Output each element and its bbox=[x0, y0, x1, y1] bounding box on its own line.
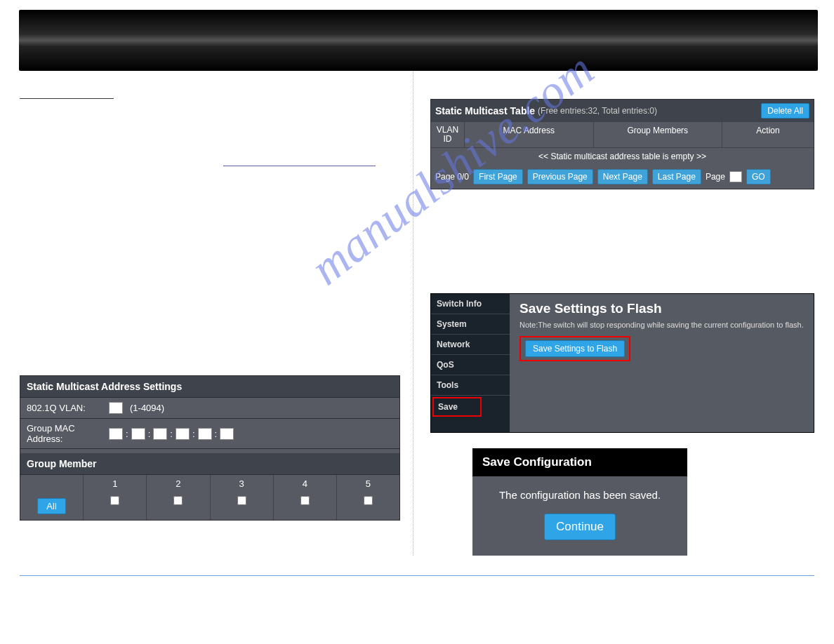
port-3-checkbox[interactable] bbox=[237, 496, 246, 505]
smt-title: Static Multicast Table bbox=[435, 105, 535, 116]
nav-qos[interactable]: QoS bbox=[431, 355, 510, 375]
col-vlan-id: VLAN ID bbox=[431, 122, 465, 147]
vlan-range: (1-4094) bbox=[130, 403, 164, 413]
table-empty-message: << Static multicast address table is emp… bbox=[431, 147, 814, 165]
nav-save[interactable]: Save bbox=[432, 397, 482, 417]
page-word: Page bbox=[706, 172, 725, 182]
nav-system[interactable]: System bbox=[431, 314, 510, 335]
static-multicast-settings-panel: Static Multicast Address Settings 802.1Q… bbox=[20, 375, 400, 521]
port-5-checkbox[interactable] bbox=[364, 496, 373, 505]
port-4-checkbox[interactable] bbox=[300, 496, 310, 505]
flash-title: Save Settings to Flash bbox=[519, 301, 804, 316]
panel-title: Static Multicast Address Settings bbox=[20, 376, 399, 398]
port-header-2: 2 bbox=[147, 475, 210, 492]
nav-network[interactable]: Network bbox=[431, 335, 510, 355]
save-configuration-dialog: Save Configuration The configuration has… bbox=[472, 448, 687, 556]
vlan-label: 802.1Q VLAN: bbox=[20, 398, 109, 417]
port-2-checkbox[interactable] bbox=[173, 496, 183, 505]
go-button[interactable]: GO bbox=[746, 169, 771, 185]
save-flash-panel: Switch Info System Network QoS Tools Sav… bbox=[430, 293, 814, 433]
page-indicator: Page 0/0 bbox=[435, 172, 469, 182]
saveconf-message: The configuration has been saved. bbox=[479, 489, 680, 501]
save-settings-button[interactable]: Save Settings to Flash bbox=[525, 340, 625, 357]
flash-note: Note:The switch will stop responding whi… bbox=[519, 321, 804, 329]
all-button[interactable]: All bbox=[37, 498, 65, 514]
port-header-blank bbox=[20, 475, 84, 492]
port-header-5: 5 bbox=[337, 475, 399, 492]
left-column: Static Multicast Address Settings 802.1Q… bbox=[20, 71, 413, 556]
page-input[interactable] bbox=[729, 171, 742, 182]
port-1-checkbox[interactable] bbox=[110, 496, 119, 505]
flash-button-highlight: Save Settings to Flash bbox=[519, 336, 630, 361]
first-page-button[interactable]: First Page bbox=[473, 169, 523, 185]
section-underline bbox=[20, 89, 114, 99]
port-header-4: 4 bbox=[274, 475, 337, 492]
nav-tools[interactable]: Tools bbox=[431, 375, 510, 396]
col-action: Action bbox=[722, 122, 814, 147]
static-multicast-table-panel: Static Multicast Table (Free entries:32,… bbox=[430, 99, 814, 189]
saveconf-title: Save Configuration bbox=[472, 448, 687, 476]
port-header-3: 3 bbox=[211, 475, 274, 492]
delete-all-button[interactable]: Delete All bbox=[761, 103, 809, 119]
vlan-input[interactable] bbox=[109, 402, 123, 414]
top-banner bbox=[19, 10, 818, 71]
col-group-members: Group Members bbox=[594, 122, 723, 147]
mac-octet-4[interactable] bbox=[176, 428, 190, 440]
col-mac-address: MAC Address bbox=[465, 122, 594, 147]
footer-rule bbox=[20, 575, 814, 576]
smt-stats: (Free entries:32, Total entries:0) bbox=[538, 106, 761, 116]
mac-octet-6[interactable] bbox=[220, 428, 234, 440]
breadcrumb-underline bbox=[223, 165, 376, 166]
side-nav: Switch Info System Network QoS Tools Sav… bbox=[431, 294, 510, 432]
mac-field: : : : : : bbox=[109, 424, 399, 444]
mac-octet-2[interactable] bbox=[131, 428, 145, 440]
right-column: Static Multicast Table (Free entries:32,… bbox=[413, 71, 814, 556]
previous-page-button[interactable]: Previous Page bbox=[527, 169, 593, 185]
mac-octet-1[interactable] bbox=[109, 428, 123, 440]
port-header-1: 1 bbox=[84, 475, 147, 492]
continue-button[interactable]: Continue bbox=[544, 514, 616, 540]
mac-octet-3[interactable] bbox=[153, 428, 167, 440]
nav-switch-info[interactable]: Switch Info bbox=[431, 294, 510, 314]
group-member-title: Group Member bbox=[20, 449, 399, 475]
next-page-button[interactable]: Next Page bbox=[597, 169, 648, 185]
mac-octet-5[interactable] bbox=[198, 428, 212, 440]
mac-label: Group MAC Address: bbox=[20, 419, 109, 448]
last-page-button[interactable]: Last Page bbox=[652, 169, 701, 185]
